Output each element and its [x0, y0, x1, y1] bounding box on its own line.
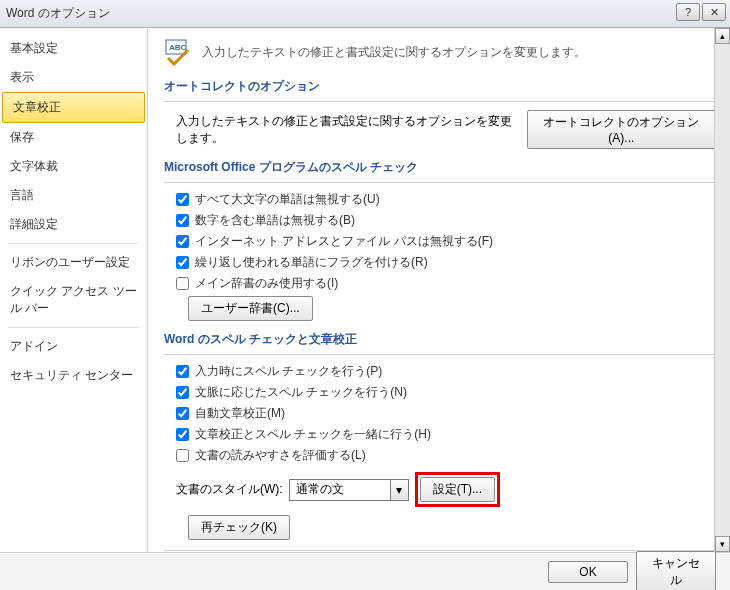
sidebar: 基本設定 表示 文章校正 保存 文字体裁 言語 詳細設定 リボンのユーザー設定 … — [0, 28, 148, 552]
chk-readability[interactable] — [176, 449, 189, 462]
close-icon[interactable]: ✕ — [702, 3, 726, 21]
lbl-uppercase: すべて大文字の単語は無視する(U) — [195, 191, 380, 208]
chk-maindict[interactable] — [176, 277, 189, 290]
cancel-button[interactable]: キャンセル — [636, 551, 716, 591]
lbl-typing-spell: 入力時にスペル チェックを行う(P) — [195, 363, 382, 380]
sidebar-item-proofing[interactable]: 文章校正 — [2, 92, 145, 123]
svg-text:ABC: ABC — [169, 43, 187, 52]
section-spellcheck: Microsoft Office プログラムのスペル チェック — [164, 159, 716, 176]
lbl-context-spell: 文脈に応じたスペル チェックを行う(N) — [195, 384, 407, 401]
user-dict-button[interactable]: ユーザー辞書(C)... — [188, 296, 313, 321]
sidebar-item-typography[interactable]: 文字体裁 — [0, 152, 147, 181]
autocorrect-desc: 入力したテキストの修正と書式設定に関するオプションを変更します。 — [176, 113, 521, 147]
chk-uppercase[interactable] — [176, 193, 189, 206]
sidebar-item-save[interactable]: 保存 — [0, 123, 147, 152]
sidebar-item-security[interactable]: セキュリティ センター — [0, 361, 147, 390]
autocorrect-options-button[interactable]: オートコレクトのオプション(A)... — [527, 110, 716, 149]
lbl-repeated: 繰り返し使われる単語にフラグを付ける(R) — [195, 254, 428, 271]
scroll-down-icon[interactable]: ▾ — [715, 536, 730, 552]
lbl-grammar-spell: 文章校正とスペル チェックを一緒に行う(H) — [195, 426, 431, 443]
style-combo[interactable]: 通常の文 ▾ — [289, 479, 409, 501]
sidebar-item-qat[interactable]: クイック アクセス ツール バー — [0, 277, 147, 323]
help-icon[interactable]: ? — [676, 3, 700, 21]
style-label: 文書のスタイル(W): — [176, 481, 283, 498]
sidebar-item-basic[interactable]: 基本設定 — [0, 34, 147, 63]
ok-button[interactable]: OK — [548, 561, 628, 583]
footer: OK キャンセル — [0, 552, 730, 590]
window-title: Word のオプション — [6, 5, 110, 22]
sidebar-item-display[interactable]: 表示 — [0, 63, 147, 92]
scroll-up-icon[interactable]: ▴ — [715, 28, 730, 44]
header-text: 入力したテキストの修正と書式設定に関するオプションを変更します。 — [202, 44, 586, 61]
lbl-readability: 文書の読みやすさを評価する(L) — [195, 447, 366, 464]
section-wordcheck: Word のスペル チェックと文章校正 — [164, 331, 716, 348]
chk-internet[interactable] — [176, 235, 189, 248]
titlebar: Word のオプション ? ✕ — [0, 0, 730, 28]
sidebar-item-ribbon[interactable]: リボンのユーザー設定 — [0, 248, 147, 277]
settings-button[interactable]: 設定(T)... — [420, 477, 495, 502]
lbl-auto-grammar: 自動文章校正(M) — [195, 405, 285, 422]
chk-context-spell[interactable] — [176, 386, 189, 399]
sidebar-item-addins[interactable]: アドイン — [0, 332, 147, 361]
chevron-down-icon[interactable]: ▾ — [390, 480, 408, 500]
lbl-internet: インターネット アドレスとファイル パスは無視する(F) — [195, 233, 493, 250]
chk-typing-spell[interactable] — [176, 365, 189, 378]
chk-numbers[interactable] — [176, 214, 189, 227]
lbl-maindict: メイン辞書のみ使用する(I) — [195, 275, 338, 292]
lbl-numbers: 数字を含む単語は無視する(B) — [195, 212, 355, 229]
recheck-button[interactable]: 再チェック(K) — [188, 515, 290, 540]
main-panel: ABC 入力したテキストの修正と書式設定に関するオプションを変更します。 オート… — [148, 28, 730, 552]
proofing-icon: ABC — [164, 38, 192, 66]
scrollbar[interactable]: ▴ ▾ — [714, 28, 730, 552]
chk-grammar-spell[interactable] — [176, 428, 189, 441]
chk-auto-grammar[interactable] — [176, 407, 189, 420]
style-value: 通常の文 — [290, 481, 390, 498]
sidebar-item-language[interactable]: 言語 — [0, 181, 147, 210]
chk-repeated[interactable] — [176, 256, 189, 269]
section-autocorrect: オートコレクトのオプション — [164, 78, 716, 95]
sidebar-item-advanced[interactable]: 詳細設定 — [0, 210, 147, 239]
highlight-box: 設定(T)... — [415, 472, 500, 507]
